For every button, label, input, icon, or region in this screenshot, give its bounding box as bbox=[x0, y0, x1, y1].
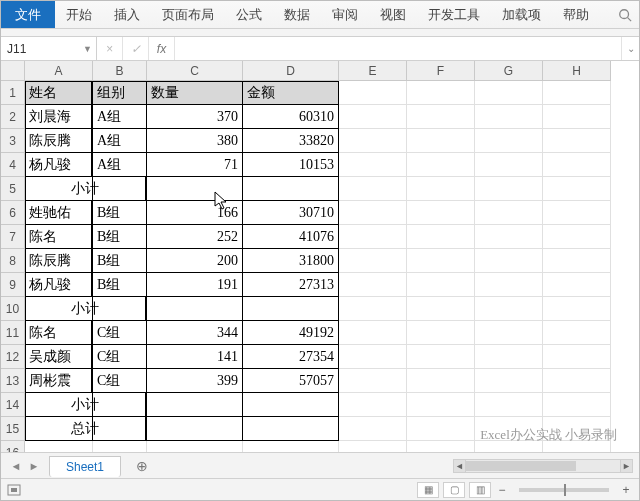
cell-B9[interactable]: B组 bbox=[93, 273, 147, 297]
cell-E11[interactable] bbox=[339, 321, 407, 345]
hscroll-left-icon[interactable]: ◄ bbox=[454, 460, 466, 472]
cell-C3[interactable]: 380 bbox=[147, 129, 243, 153]
cell-C7[interactable]: 252 bbox=[147, 225, 243, 249]
cell-D12[interactable]: 27354 bbox=[243, 345, 339, 369]
cell-A9[interactable]: 杨凡骏 bbox=[24, 273, 92, 297]
cell-H1[interactable] bbox=[543, 81, 611, 105]
cell-B3[interactable]: A组 bbox=[93, 129, 147, 153]
cell-D5[interactable] bbox=[243, 177, 339, 201]
cell-F4[interactable] bbox=[407, 153, 475, 177]
cell-A12[interactable]: 吴成颜 bbox=[24, 345, 92, 369]
cell-H11[interactable] bbox=[543, 321, 611, 345]
row-header-16[interactable]: 16 bbox=[1, 441, 25, 452]
cell-C8[interactable]: 200 bbox=[147, 249, 243, 273]
cell-G11[interactable] bbox=[475, 321, 543, 345]
cell-E3[interactable] bbox=[339, 129, 407, 153]
cell-H9[interactable] bbox=[543, 273, 611, 297]
cell-D9[interactable]: 27313 bbox=[243, 273, 339, 297]
cell-A7[interactable]: 陈名 bbox=[24, 225, 92, 249]
cell-A3[interactable]: 陈辰腾 bbox=[24, 129, 92, 153]
ribbon-tab-4[interactable]: 数据 bbox=[273, 1, 321, 28]
formula-input[interactable] bbox=[175, 37, 621, 60]
cell-G1[interactable] bbox=[475, 81, 543, 105]
cell-D1[interactable]: 金额 bbox=[243, 81, 339, 105]
cell-G6[interactable] bbox=[475, 201, 543, 225]
cell-B1[interactable]: 组别 bbox=[93, 81, 147, 105]
cell-C1[interactable]: 数量 bbox=[147, 81, 243, 105]
cell-F16[interactable] bbox=[407, 441, 475, 452]
cell-D10[interactable] bbox=[243, 297, 339, 321]
cell-G9[interactable] bbox=[475, 273, 543, 297]
cell-A2[interactable]: 刘晨海 bbox=[24, 105, 92, 129]
cell-C11[interactable]: 344 bbox=[147, 321, 243, 345]
name-box-dropdown-icon[interactable]: ▼ bbox=[83, 44, 92, 54]
cell-C10[interactable] bbox=[147, 297, 243, 321]
zoom-slider[interactable] bbox=[519, 488, 609, 492]
row-header-3[interactable]: 3 bbox=[1, 129, 25, 153]
cell-F6[interactable] bbox=[407, 201, 475, 225]
cell-H4[interactable] bbox=[543, 153, 611, 177]
file-tab[interactable]: 文件 bbox=[1, 1, 55, 28]
cell-H2[interactable] bbox=[543, 105, 611, 129]
ribbon-tab-5[interactable]: 审阅 bbox=[321, 1, 369, 28]
ribbon-tab-2[interactable]: 页面布局 bbox=[151, 1, 225, 28]
row-header-7[interactable]: 7 bbox=[1, 225, 25, 249]
cell-merged-AB14[interactable]: 小计 bbox=[24, 393, 146, 417]
page-break-view-button[interactable]: ▥ bbox=[469, 482, 491, 498]
cell-E16[interactable] bbox=[339, 441, 407, 452]
cell-F12[interactable] bbox=[407, 345, 475, 369]
cell-C15[interactable] bbox=[147, 417, 243, 441]
row-header-15[interactable]: 15 bbox=[1, 417, 25, 441]
cell-A11[interactable]: 陈名 bbox=[24, 321, 92, 345]
cell-merged-AB5[interactable]: 小计 bbox=[24, 177, 146, 201]
col-header-A[interactable]: A bbox=[25, 61, 93, 81]
row-header-12[interactable]: 12 bbox=[1, 345, 25, 369]
cell-G5[interactable] bbox=[475, 177, 543, 201]
cell-F11[interactable] bbox=[407, 321, 475, 345]
cell-merged-AB15[interactable]: 总计 bbox=[24, 417, 146, 441]
expand-formula-bar-icon[interactable]: ⌄ bbox=[621, 37, 639, 60]
zoom-in-button[interactable]: + bbox=[619, 483, 633, 497]
cell-B11[interactable]: C组 bbox=[93, 321, 147, 345]
cell-H8[interactable] bbox=[543, 249, 611, 273]
worksheet-grid[interactable]: ABCDEFGH 12345678910111213141516 姓名组别数量金… bbox=[1, 61, 639, 452]
sheet-nav-next-icon[interactable]: ► bbox=[25, 460, 43, 472]
col-header-C[interactable]: C bbox=[147, 61, 243, 81]
cell-C9[interactable]: 191 bbox=[147, 273, 243, 297]
cell-A6[interactable]: 姓驰佑 bbox=[24, 201, 92, 225]
cell-H13[interactable] bbox=[543, 369, 611, 393]
cell-G4[interactable] bbox=[475, 153, 543, 177]
page-layout-view-button[interactable]: ▢ bbox=[443, 482, 465, 498]
cell-A13[interactable]: 周彬震 bbox=[24, 369, 92, 393]
cell-D7[interactable]: 41076 bbox=[243, 225, 339, 249]
row-header-1[interactable]: 1 bbox=[1, 81, 25, 105]
cell-B6[interactable]: B组 bbox=[93, 201, 147, 225]
row-header-13[interactable]: 13 bbox=[1, 369, 25, 393]
zoom-out-button[interactable]: − bbox=[495, 483, 509, 497]
row-header-9[interactable]: 9 bbox=[1, 273, 25, 297]
ribbon-tab-7[interactable]: 开发工具 bbox=[417, 1, 491, 28]
row-header-11[interactable]: 11 bbox=[1, 321, 25, 345]
cell-G14[interactable] bbox=[475, 393, 543, 417]
cell-E15[interactable] bbox=[339, 417, 407, 441]
cell-C12[interactable]: 141 bbox=[147, 345, 243, 369]
cell-E14[interactable] bbox=[339, 393, 407, 417]
cell-G10[interactable] bbox=[475, 297, 543, 321]
row-header-5[interactable]: 5 bbox=[1, 177, 25, 201]
new-sheet-button[interactable]: ⊕ bbox=[131, 455, 153, 477]
cell-G3[interactable] bbox=[475, 129, 543, 153]
row-header-14[interactable]: 14 bbox=[1, 393, 25, 417]
cell-E13[interactable] bbox=[339, 369, 407, 393]
ribbon-tab-0[interactable]: 开始 bbox=[55, 1, 103, 28]
cell-B8[interactable]: B组 bbox=[93, 249, 147, 273]
cell-G7[interactable] bbox=[475, 225, 543, 249]
cell-B2[interactable]: A组 bbox=[93, 105, 147, 129]
cell-F15[interactable] bbox=[407, 417, 475, 441]
tell-me-search-icon[interactable] bbox=[611, 1, 639, 28]
col-header-B[interactable]: B bbox=[93, 61, 147, 81]
cell-E4[interactable] bbox=[339, 153, 407, 177]
cell-D14[interactable] bbox=[243, 393, 339, 417]
cell-F1[interactable] bbox=[407, 81, 475, 105]
cell-D8[interactable]: 31800 bbox=[243, 249, 339, 273]
cell-B16[interactable] bbox=[93, 441, 147, 452]
